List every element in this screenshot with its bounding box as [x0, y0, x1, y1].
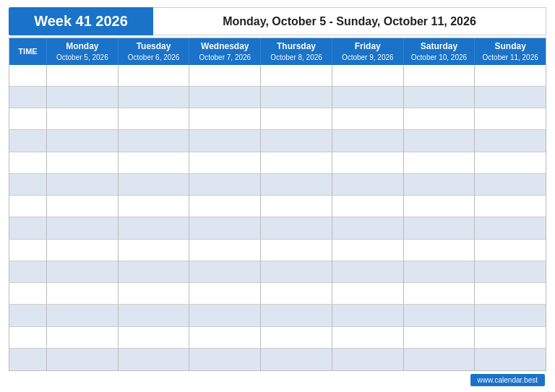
day-cell[interactable]: [261, 130, 332, 152]
day-cell[interactable]: [189, 130, 261, 152]
day-cell[interactable]: [332, 283, 404, 305]
day-cell[interactable]: [47, 152, 119, 174]
day-cell[interactable]: [475, 283, 546, 305]
day-cell[interactable]: [475, 349, 546, 370]
day-cell[interactable]: [189, 349, 261, 370]
day-cell[interactable]: [47, 217, 119, 239]
day-cell[interactable]: [119, 152, 190, 174]
day-cell[interactable]: [261, 152, 332, 174]
day-cell[interactable]: [119, 130, 190, 152]
day-cell[interactable]: [47, 261, 119, 283]
day-cell[interactable]: [475, 152, 546, 174]
day-cell[interactable]: [47, 108, 119, 130]
day-cell[interactable]: [332, 261, 404, 283]
day-cell[interactable]: [404, 261, 476, 283]
day-cell[interactable]: [475, 130, 546, 152]
day-cell[interactable]: [475, 240, 546, 261]
day-cell[interactable]: [404, 327, 476, 349]
day-cell[interactable]: [261, 305, 332, 326]
day-cell[interactable]: [47, 283, 119, 305]
day-cell[interactable]: [189, 305, 261, 326]
day-cell[interactable]: [332, 87, 404, 108]
day-cell[interactable]: [119, 240, 190, 261]
day-cell[interactable]: [47, 130, 119, 152]
day-cell[interactable]: [475, 87, 546, 108]
day-cell[interactable]: [119, 108, 190, 130]
day-cell[interactable]: [119, 65, 190, 87]
day-cell[interactable]: [475, 108, 546, 130]
day-cell[interactable]: [119, 305, 190, 326]
day-cell[interactable]: [47, 305, 119, 326]
day-cell[interactable]: [119, 349, 190, 370]
day-cell[interactable]: [404, 240, 476, 261]
day-cell[interactable]: [475, 305, 546, 326]
day-cell[interactable]: [404, 196, 476, 217]
day-cell[interactable]: [404, 152, 476, 174]
day-cell[interactable]: [261, 240, 332, 261]
day-cell[interactable]: [47, 65, 119, 87]
day-cell[interactable]: [404, 349, 476, 370]
day-cell[interactable]: [475, 65, 546, 87]
day-cell[interactable]: [332, 327, 404, 349]
day-cell[interactable]: [119, 283, 190, 305]
day-cell[interactable]: [261, 327, 332, 349]
day-cell[interactable]: [475, 196, 546, 217]
day-cell[interactable]: [404, 65, 476, 87]
day-cell[interactable]: [404, 130, 476, 152]
day-cell[interactable]: [189, 240, 261, 261]
day-cell[interactable]: [332, 174, 404, 196]
day-cell[interactable]: [189, 108, 261, 130]
day-cell[interactable]: [332, 130, 404, 152]
day-cell[interactable]: [47, 349, 119, 370]
day-cell[interactable]: [404, 174, 476, 196]
day-cell[interactable]: [332, 108, 404, 130]
day-cell[interactable]: [261, 196, 332, 217]
day-cell[interactable]: [404, 108, 476, 130]
day-cell[interactable]: [119, 196, 190, 217]
day-cell[interactable]: [189, 327, 261, 349]
day-cell[interactable]: [189, 152, 261, 174]
day-cell[interactable]: [332, 349, 404, 370]
day-cell[interactable]: [119, 87, 190, 108]
day-cell[interactable]: [47, 87, 119, 108]
day-cell[interactable]: [119, 217, 190, 239]
day-cell[interactable]: [404, 217, 476, 239]
day-cell[interactable]: [119, 261, 190, 283]
day-cell[interactable]: [261, 108, 332, 130]
day-cell[interactable]: [332, 305, 404, 326]
day-cell[interactable]: [189, 217, 261, 239]
day-cell[interactable]: [189, 65, 261, 87]
day-cell[interactable]: [189, 196, 261, 217]
day-cell[interactable]: [119, 327, 190, 349]
day-cell[interactable]: [261, 65, 332, 87]
day-cell[interactable]: [47, 327, 119, 349]
day-cell[interactable]: [332, 152, 404, 174]
day-cell[interactable]: [404, 283, 476, 305]
day-cell[interactable]: [47, 174, 119, 196]
day-cell[interactable]: [332, 196, 404, 217]
day-cell[interactable]: [261, 174, 332, 196]
day-cell[interactable]: [189, 87, 261, 108]
day-cell[interactable]: [47, 196, 119, 217]
day-cell[interactable]: [261, 87, 332, 108]
day-cell[interactable]: [261, 217, 332, 239]
day-cell[interactable]: [332, 217, 404, 239]
day-cell[interactable]: [189, 174, 261, 196]
day-cell[interactable]: [261, 261, 332, 283]
time-rows-container: [9, 65, 546, 370]
day-cell[interactable]: [475, 217, 546, 239]
day-cell[interactable]: [189, 261, 261, 283]
thursday-date: October 8, 2026: [270, 53, 322, 62]
day-cell[interactable]: [332, 65, 404, 87]
day-cell[interactable]: [261, 349, 332, 370]
day-cell[interactable]: [475, 327, 546, 349]
day-cell[interactable]: [404, 87, 476, 108]
day-cell[interactable]: [119, 174, 190, 196]
day-cell[interactable]: [475, 174, 546, 196]
day-cell[interactable]: [404, 305, 476, 326]
day-cell[interactable]: [261, 283, 332, 305]
day-cell[interactable]: [189, 283, 261, 305]
day-cell[interactable]: [332, 240, 404, 261]
day-cell[interactable]: [475, 261, 546, 283]
day-cell[interactable]: [47, 240, 119, 261]
